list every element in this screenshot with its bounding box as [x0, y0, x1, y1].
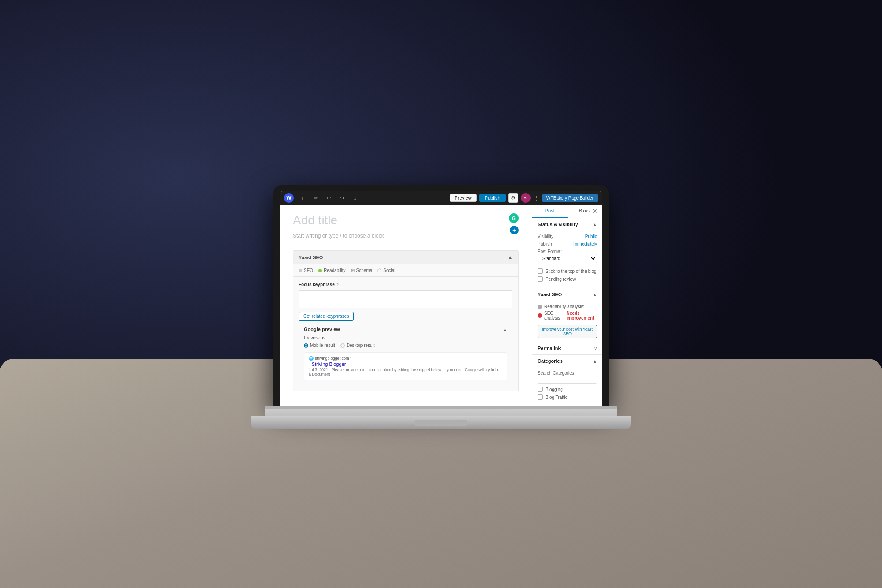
google-preview-title: Google preview [304, 327, 340, 332]
yoast-button[interactable]: Y/ [521, 193, 531, 203]
category-blogging-row: Blogging [538, 387, 597, 392]
laptop-keyboard [251, 416, 631, 429]
list-view-icon[interactable]: ≡ [363, 193, 373, 203]
status-visibility-header[interactable]: Status & visibility ▲ [532, 218, 602, 231]
preview-radio-group: Mobile result Desktop result [304, 343, 507, 348]
pending-review-label: Pending review [546, 277, 576, 282]
google-result-preview: 🌐 strivingblogger.com › - Striving Blogg… [304, 352, 507, 380]
yoast-tabs: SEO Readability ⊞ Schema [293, 264, 518, 277]
seo-dot [538, 313, 542, 318]
get-related-keyphrases-button[interactable]: Get related keyphrases [299, 312, 354, 321]
yoast-tab-social[interactable]: ⬡ Social [377, 268, 395, 273]
yoast-tab-readability[interactable]: Readability [318, 268, 345, 273]
post-format-row: Post Format Standard [538, 249, 597, 266]
redo-icon[interactable]: ↪ [337, 193, 347, 203]
laptop-base [265, 406, 617, 416]
categories-section: Categories ▲ Search Categories Blogging [532, 355, 602, 406]
stick-top-label: Stick to the top of the blog [546, 269, 597, 274]
permalink-chevron-icon: ∨ [594, 346, 597, 351]
laptop-hinge [265, 406, 617, 409]
sidebar-tabs: Post Block ✕ [532, 205, 602, 218]
add-block-button[interactable]: + [510, 226, 519, 234]
status-chevron-icon: ▲ [593, 222, 597, 227]
search-categories-input[interactable] [538, 376, 597, 384]
wp-toolbar: W + ✏ ↩ ↪ ℹ ≡ Preview Publish ⚙ Y/ ⋮ WPB… [280, 191, 602, 205]
google-preview-section: Google preview ▲ Preview as: Mobile resu… [299, 321, 512, 386]
visibility-value[interactable]: Public [585, 234, 597, 239]
yoast-seo-sidebar-title: Yoast SEO [538, 292, 562, 297]
google-preview-link[interactable]: - Striving Blogger [309, 361, 502, 367]
seo-tab-indicator [299, 269, 302, 272]
improve-with-yoast-button[interactable]: Improve your post with Yoast SEO [538, 325, 597, 338]
visibility-label: Visibility [538, 234, 553, 239]
settings-button[interactable]: ⚙ [508, 193, 518, 203]
readability-tab-indicator [318, 269, 322, 272]
content-placeholder[interactable]: Start writing or type / to choose a bloc… [293, 233, 384, 239]
undo-icon[interactable]: ↩ [324, 193, 333, 203]
seo-status: Needs improvement [567, 311, 597, 320]
yoast-seo-sidebar-header[interactable]: Yoast SEO ▲ [532, 288, 602, 301]
readability-dot [538, 305, 542, 309]
yoast-tab-schema[interactable]: ⊞ Schema [351, 268, 373, 273]
categories-title: Categories [538, 358, 563, 364]
mobile-radio-dot [304, 343, 308, 348]
yoast-collapse-icon: ▲ [508, 254, 513, 261]
category-blog-traffic-checkbox[interactable] [538, 394, 543, 400]
permalink-title: Permalink [538, 346, 561, 351]
desktop-result-radio[interactable]: Desktop result [340, 343, 375, 348]
pending-review-checkbox[interactable] [538, 276, 543, 282]
tab-post[interactable]: Post [532, 205, 568, 218]
wp-sidebar: Post Block ✕ Status & visibility ▲ [532, 205, 602, 406]
permalink-header[interactable]: Permalink ∨ [532, 342, 602, 354]
yoast-tab-seo[interactable]: SEO [299, 268, 313, 273]
yoast-keyphrase-section: Focus keyphrase ? Get related keyphrases… [293, 277, 518, 391]
stick-top-checkbox[interactable] [538, 268, 543, 274]
pending-review-row: Pending review [538, 276, 597, 282]
seo-analysis-row: SEO analysis: Needs improvement [538, 311, 597, 320]
yoast-panel-header[interactable]: Yoast SEO ▲ [293, 251, 518, 264]
visibility-row: Visibility Public [538, 234, 597, 239]
seo-label: SEO analysis: [544, 311, 564, 320]
wordpress-admin: W + ✏ ↩ ↪ ℹ ≡ Preview Publish ⚙ Y/ ⋮ WPB… [280, 191, 602, 406]
wpbakery-button[interactable]: WPBakery Page Builder [542, 194, 598, 202]
yoast-panel-title: Yoast SEO [299, 255, 323, 260]
category-blogging-label: Blogging [546, 387, 563, 392]
preview-as-label: Preview as: [304, 335, 507, 340]
add-block-toolbar-button[interactable]: + [297, 193, 307, 203]
post-format-select[interactable]: Standard [538, 254, 597, 263]
status-visibility-title: Status & visibility [538, 222, 578, 227]
post-title-field[interactable]: Add title [293, 213, 384, 227]
category-blog-traffic-label: Blog Traffic [546, 395, 568, 400]
sidebar-close-button[interactable]: ✕ [591, 207, 599, 215]
publish-button[interactable]: Publish [479, 194, 506, 202]
info-icon[interactable]: ℹ [350, 193, 360, 203]
stick-top-row: Stick to the top of the blog [538, 268, 597, 274]
preview-button[interactable]: Preview [450, 194, 477, 202]
wordpress-logo[interactable]: W [284, 193, 294, 203]
publish-label: Publish [538, 242, 552, 246]
status-visibility-section: Status & visibility ▲ Visibility Public … [532, 218, 602, 288]
more-options-button[interactable]: ⋮ [533, 194, 539, 201]
publish-value[interactable]: Immediately [573, 242, 597, 246]
edit-icon[interactable]: ✏ [310, 193, 320, 203]
category-blogging-checkbox[interactable] [538, 387, 543, 392]
yoast-seo-sidebar-section: Yoast SEO ▲ Readability analysis: [532, 288, 602, 342]
grammarly-icon: G [509, 213, 519, 223]
google-preview-date: Jul 3, 2021 · Please provide a meta desc… [309, 368, 502, 376]
mobile-result-radio[interactable]: Mobile result [304, 343, 335, 348]
google-preview-header[interactable]: Google preview ▲ [304, 327, 507, 332]
help-icon: ? [336, 283, 339, 287]
focus-keyphrase-input[interactable] [299, 290, 512, 308]
focus-keyphrase-label: Focus keyphrase ? [299, 282, 512, 287]
categories-header[interactable]: Categories ▲ [532, 355, 602, 367]
google-breadcrumb: 🌐 strivingblogger.com › [309, 356, 502, 361]
yoast-sidebar-body: Readability analysis: SEO analysis: Need… [532, 301, 602, 342]
schema-icon: ⊞ [351, 268, 355, 273]
search-categories-label: Search Categories [538, 371, 574, 376]
desktop-radio-dot [340, 343, 345, 348]
post-editor[interactable]: Add title Start writing or type / to cho… [280, 205, 532, 406]
categories-body: Search Categories Blogging Blog Traffic [532, 367, 602, 406]
yoast-seo-panel: Yoast SEO ▲ SEO Readability [293, 250, 519, 391]
yoast-chevron-icon: ▲ [593, 292, 597, 297]
trackpad [415, 420, 467, 426]
